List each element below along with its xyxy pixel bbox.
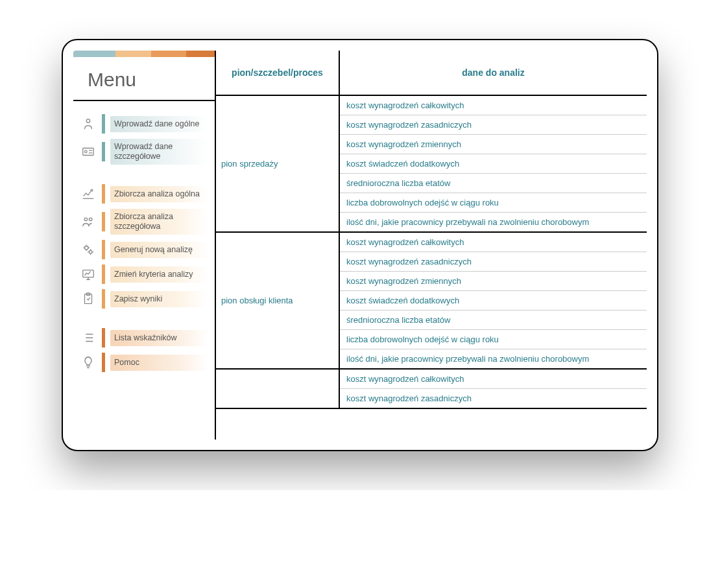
data-link[interactable]: koszt wynagrodzeń zasadniczych	[340, 389, 647, 408]
list-icon	[80, 329, 97, 346]
sidebar-item[interactable]: Zmień kryteria analizy	[80, 265, 208, 284]
sidebar-item-label: Wprowadź dane ogólne	[110, 116, 208, 132]
sidebar-title: Menu	[73, 57, 215, 101]
table-row: pion sprzedażykoszt wynagrodzeń całkowit…	[216, 95, 647, 232]
sidebar-item-label: Zapisz wyniki	[110, 291, 208, 307]
sidebar-item[interactable]: Zapisz wyniki	[80, 289, 208, 309]
id-card-icon	[80, 143, 97, 160]
table-group-cell[interactable]: pion sprzedaży	[216, 95, 339, 232]
clipboard-icon	[80, 290, 97, 307]
bulb-icon	[80, 354, 97, 371]
chart-line-icon	[80, 185, 97, 202]
table-header-data: dane do analiz	[339, 51, 647, 95]
table-row: pion obsługi klientakoszt wynagrodzeń ca…	[216, 232, 647, 369]
sidebar-item[interactable]: Lista wskaźników	[80, 328, 208, 347]
svg-point-6	[85, 246, 89, 250]
sidebar-item-label: Generuj nową analizę	[110, 242, 208, 258]
table-header-group: pion/szczebel/proces	[216, 51, 339, 95]
monitor-icon	[80, 266, 97, 283]
table-data-cell: koszt wynagrodzeń całkowitychkoszt wynag…	[339, 232, 647, 369]
data-link[interactable]: koszt wynagrodzeń zmiennych	[340, 272, 647, 291]
sidebar-item[interactable]: Wprowadź dane ogólne	[80, 114, 208, 134]
sidebar-top-accent	[73, 51, 215, 57]
data-link[interactable]: liczba dobrowolnych odejść w ciągu roku	[340, 193, 647, 213]
data-link[interactable]: koszt wynagrodzeń całkowitych	[340, 370, 647, 389]
data-link[interactable]: liczba dobrowolnych odejść w ciągu roku	[340, 330, 647, 349]
sidebar-item-label: Lista wskaźników	[110, 330, 208, 346]
tablet-frame: Menu Wprowadź dane ogólneWprowadź dane s…	[62, 39, 658, 451]
data-link[interactable]: średnioroczna liczba etatów	[340, 311, 647, 330]
sidebar-item-label: Wprowadź dane szczegółowe	[110, 139, 208, 165]
svg-point-7	[89, 250, 92, 253]
svg-point-4	[84, 218, 88, 221]
data-table: pion/szczebel/proces dane do analiz pion…	[216, 51, 647, 409]
content-area: pion/szczebel/proces dane do analiz pion…	[216, 51, 647, 440]
sidebar: Menu Wprowadź dane ogólneWprowadź dane s…	[73, 51, 216, 440]
data-link[interactable]: średnioroczna liczba etatów	[340, 174, 647, 193]
data-link[interactable]: koszt wynagrodzeń całkowitych	[340, 233, 647, 252]
sidebar-item-label: Pomoc	[110, 355, 208, 371]
data-link[interactable]: ilość dni, jakie pracownicy przebywali n…	[340, 349, 647, 368]
data-link[interactable]: koszt świadczeń dodatkowych	[340, 291, 647, 311]
menu-accent-bar	[102, 184, 105, 204]
menu-accent-bar	[102, 114, 105, 134]
people-icon	[80, 213, 97, 230]
table-group-cell[interactable]: pion obsługi klienta	[216, 232, 339, 369]
svg-point-5	[89, 218, 92, 221]
svg-point-3	[91, 189, 93, 191]
menu-gap	[80, 170, 208, 179]
sidebar-item[interactable]: Wprowadź dane szczegółowe	[80, 139, 208, 165]
data-link[interactable]: koszt wynagrodzeń całkowitych	[340, 96, 647, 115]
sidebar-item[interactable]: Zbiorcza analiza szczegółowa	[80, 209, 208, 235]
table-data-cell: koszt wynagrodzeń całkowitychkoszt wynag…	[339, 95, 647, 232]
gears-icon	[80, 241, 97, 258]
menu-accent-bar	[102, 289, 105, 309]
sidebar-item-label: Zbiorcza analiza szczegółowa	[110, 209, 208, 235]
sidebar-item[interactable]: Zbiorcza analiza ogólna	[80, 184, 208, 204]
sidebar-item-label: Zbiorcza analiza ogólna	[110, 186, 208, 202]
menu-gap	[80, 314, 208, 323]
data-link[interactable]: koszt wynagrodzeń zmiennych	[340, 135, 647, 154]
menu-accent-bar	[102, 240, 105, 259]
menu-accent-bar	[102, 328, 105, 347]
table-group-cell[interactable]	[216, 369, 339, 408]
svg-point-2	[85, 150, 88, 153]
sidebar-item-label: Zmień kryteria analizy	[110, 266, 208, 283]
sidebar-item[interactable]: Pomoc	[80, 353, 208, 372]
person-icon	[80, 115, 97, 132]
menu-accent-bar	[102, 265, 105, 284]
svg-point-0	[86, 119, 90, 123]
app-screen: Menu Wprowadź dane ogólneWprowadź dane s…	[73, 51, 647, 440]
menu-accent-bar	[102, 142, 105, 161]
data-link[interactable]: koszt świadczeń dodatkowych	[340, 154, 647, 174]
menu-list: Wprowadź dane ogólneWprowadź dane szczeg…	[73, 101, 215, 379]
table-data-cell: koszt wynagrodzeń całkowitychkoszt wynag…	[339, 369, 647, 408]
menu-accent-bar	[102, 353, 105, 372]
data-link[interactable]: koszt wynagrodzeń zasadniczych	[340, 252, 647, 272]
table-row: koszt wynagrodzeń całkowitychkoszt wynag…	[216, 369, 647, 408]
data-link[interactable]: koszt wynagrodzeń zasadniczych	[340, 115, 647, 135]
data-link[interactable]: ilość dni, jakie pracownicy przebywali n…	[340, 213, 647, 231]
menu-accent-bar	[102, 212, 105, 231]
sidebar-item[interactable]: Generuj nową analizę	[80, 240, 208, 259]
